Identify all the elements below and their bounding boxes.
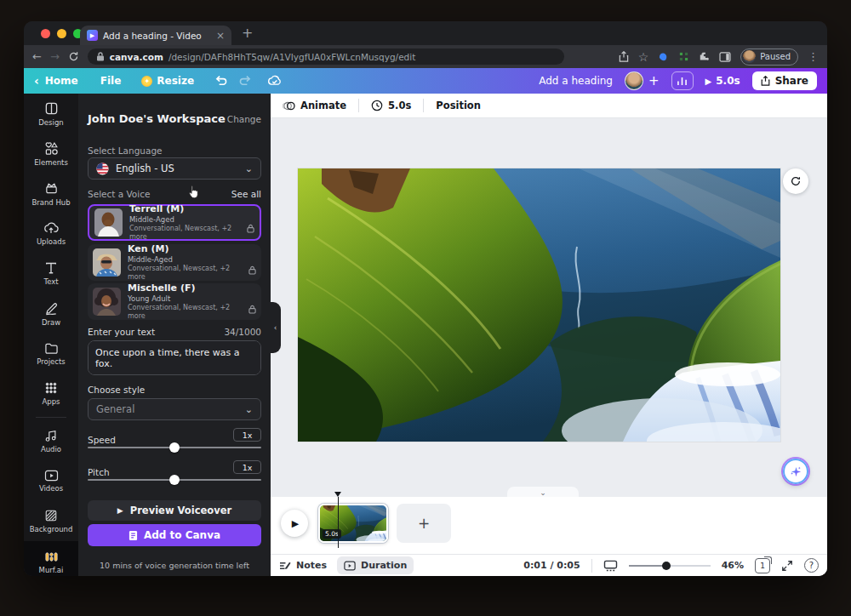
browser-menu-icon[interactable]: ⋮: [808, 50, 819, 63]
sidebar-item-brand-hub[interactable]: Brand Hub: [24, 174, 78, 214]
style-select[interactable]: General ⌄: [88, 398, 261, 420]
murfai-icon: [44, 550, 59, 563]
home-button[interactable]: ‹ Home: [34, 74, 78, 88]
sidebar-item-text[interactable]: Text: [24, 254, 78, 294]
fullscreen-icon[interactable]: [781, 560, 793, 572]
document-icon: [129, 530, 138, 541]
zoom-slider-thumb[interactable]: [662, 562, 671, 570]
notes-button[interactable]: Notes: [279, 560, 327, 571]
traffic-close-button[interactable]: [41, 29, 50, 38]
forward-icon[interactable]: →: [50, 50, 60, 63]
zoom-slider[interactable]: [629, 562, 711, 570]
videos-icon: [44, 470, 59, 482]
traffic-minimize-button[interactable]: [57, 29, 66, 38]
present-button[interactable]: ▶ 5.0s: [705, 75, 740, 87]
animate-icon: [283, 100, 295, 111]
animate-button[interactable]: Animate: [283, 100, 346, 111]
new-tab-button[interactable]: +: [242, 25, 253, 41]
insights-button[interactable]: [671, 71, 694, 90]
zoom-level[interactable]: 46%: [722, 560, 744, 571]
redo-icon[interactable]: [239, 75, 252, 87]
panel-collapse-handle[interactable]: ‹: [270, 302, 281, 353]
elements-icon: [44, 141, 59, 156]
duration-button[interactable]: Duration: [337, 556, 414, 574]
sidebar-item-background[interactable]: Background: [24, 501, 78, 541]
file-menu-button[interactable]: File: [100, 75, 122, 87]
sidebar-item-videos[interactable]: Videos: [24, 461, 78, 501]
sidebar-item-uploads[interactable]: Uploads: [24, 214, 78, 254]
undo-icon[interactable]: [214, 75, 227, 87]
add-to-canva-button[interactable]: Add to Canva: [88, 524, 261, 546]
voice-card-terrell[interactable]: Terrell (M) Middle-Aged Conversational, …: [88, 204, 261, 241]
canvas-page-video[interactable]: [298, 168, 780, 442]
clip-duration-button[interactable]: 5.0s: [371, 100, 411, 111]
lock-icon: [248, 265, 256, 275]
voice-tags: Conversational, Newscast, +2 more: [128, 304, 242, 321]
sidebar-item-draw[interactable]: Draw: [24, 294, 78, 334]
sidebar-item-elements[interactable]: Elements: [24, 134, 78, 174]
lock-icon: [248, 305, 256, 314]
pitch-value-box[interactable]: 1x: [233, 460, 261, 474]
refresh-icon[interactable]: [68, 51, 79, 62]
app-sidebar: Design Elements Brand Hub Uploads: [24, 94, 78, 576]
extension-dots-icon[interactable]: [678, 51, 689, 62]
side-panel-icon[interactable]: [719, 52, 731, 62]
sidebar-item-apps[interactable]: Apps: [24, 374, 78, 414]
design-icon: [44, 101, 59, 116]
voice-tags: Conversational, Newscast, +2 more: [128, 265, 242, 282]
voice-card-ken[interactable]: Ken (M) Middle-Aged Conversational, News…: [88, 244, 261, 281]
extension-blue-icon[interactable]: [658, 51, 669, 62]
browser-toolbar: ← → canva.com/design/DAFh8HhT5qw/A1VIygf…: [24, 45, 827, 68]
help-button[interactable]: ?: [804, 558, 819, 573]
pages-button[interactable]: 1: [755, 558, 770, 573]
resize-button[interactable]: ✦ Resize: [141, 75, 194, 87]
mouse-cursor: [187, 185, 199, 199]
position-button[interactable]: Position: [436, 100, 481, 111]
sidebar-item-murfai[interactable]: Murf.ai: [24, 541, 78, 576]
add-collaborator-icon[interactable]: +: [648, 73, 660, 88]
workspace-title: John Doe's Workspace: [88, 112, 226, 125]
magic-assistant-button[interactable]: [783, 459, 808, 484]
speed-slider-thumb[interactable]: [169, 442, 180, 453]
language-select[interactable]: English - US ⌄: [88, 157, 261, 180]
voiceover-text-input[interactable]: Once upon a time, there was a fox.: [88, 340, 261, 375]
address-bar[interactable]: canva.com/design/DAFh8HhT5qw/A1VIygfUA0x…: [88, 48, 564, 65]
design-title[interactable]: Add a heading: [539, 75, 613, 87]
speed-value-box[interactable]: 1x: [233, 428, 261, 442]
voice-card-mischelle[interactable]: Mischelle (F) Young Adult Conversational…: [88, 283, 261, 320]
collaborators[interactable]: +: [625, 71, 660, 90]
extensions-puzzle-icon[interactable]: [699, 51, 710, 62]
murf-panel: John Doe's Workspace Change Select Langu…: [78, 94, 271, 576]
browser-action-icons: ☆ Paused ⋮: [619, 48, 819, 66]
add-page-button[interactable]: +: [397, 504, 451, 543]
sidebar-item-audio[interactable]: Audio: [24, 421, 78, 461]
share-button[interactable]: Share: [752, 71, 817, 90]
profile-paused-badge[interactable]: Paused: [740, 48, 798, 66]
sidebar-item-design[interactable]: Design: [24, 94, 78, 134]
audio-icon: [44, 429, 58, 442]
timeline-play-button[interactable]: ▶: [281, 510, 308, 537]
pitch-slider-thumb[interactable]: [169, 475, 180, 485]
preview-voiceover-button[interactable]: ▶ Preview Voiceover: [88, 500, 261, 521]
voice-label: Select a Voice: [88, 189, 150, 199]
pitch-slider[interactable]: [88, 475, 261, 485]
sparkle-icon: [790, 465, 802, 478]
voice-name: Ken (M): [128, 243, 242, 255]
speed-slider[interactable]: [88, 442, 261, 453]
regenerate-button[interactable]: [783, 168, 808, 194]
bookmark-star-icon[interactable]: ☆: [638, 50, 649, 64]
change-workspace-link[interactable]: Change: [227, 114, 261, 124]
share-icon[interactable]: [619, 51, 629, 62]
text-icon: [44, 261, 58, 275]
tab-close-icon[interactable]: ×: [216, 30, 225, 42]
projects-icon: [44, 342, 59, 355]
timeline-page-thumbnail[interactable]: 5.0s: [318, 504, 388, 543]
timeline-view-icon[interactable]: [603, 560, 618, 572]
sidebar-item-projects[interactable]: Projects: [24, 334, 78, 374]
back-icon[interactable]: ←: [32, 50, 42, 63]
see-all-link[interactable]: See all: [231, 189, 261, 199]
paused-label: Paused: [760, 52, 791, 61]
voice-age: Young Adult: [128, 294, 242, 304]
timeline-playhead[interactable]: [334, 492, 342, 497]
browser-tab[interactable]: ▶ Add a heading - Video ×: [80, 26, 231, 45]
